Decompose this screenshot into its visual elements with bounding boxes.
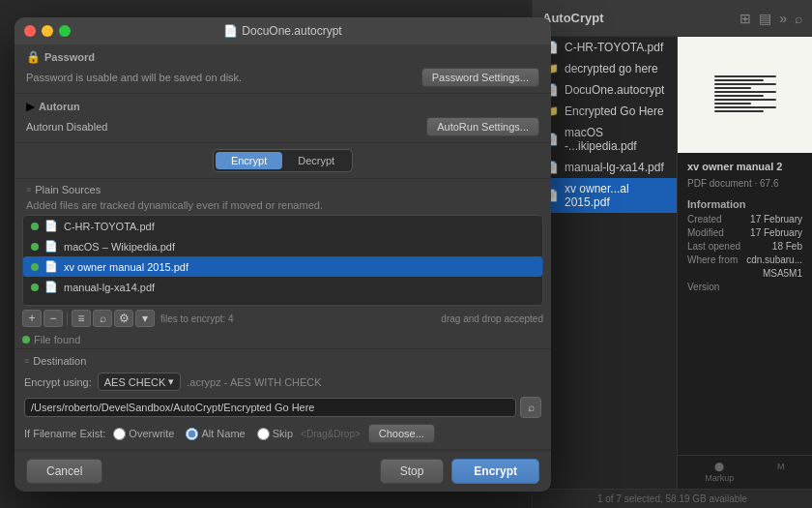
skip-radio[interactable]	[257, 428, 270, 440]
file-item-xv[interactable]: 📄 xv owner manual 2015.pdf	[23, 256, 542, 277]
preview-line	[714, 106, 776, 108]
autorun-icon: ▶	[26, 100, 35, 113]
traffic-lights	[24, 25, 71, 37]
file-name: macOS – Wikipedia.pdf	[64, 241, 175, 253]
window-title: 📄 DocuOne.autocrypt	[223, 24, 341, 38]
tab-group: Encrypt Decrypt	[213, 149, 353, 172]
status-text: File found	[34, 334, 80, 345]
finder-item-manual[interactable]: 📄 manual-lg-xa14.pdf	[533, 157, 677, 178]
file-dot	[31, 223, 39, 230]
file-icon-pdf: 📄	[44, 220, 58, 232]
autorun-settings-button[interactable]: AutoRun Settings...	[426, 117, 539, 136]
password-settings-button[interactable]: Password Settings...	[421, 68, 539, 87]
tab-row: Encrypt Decrypt	[14, 143, 551, 179]
autorun-title: Autorun	[39, 101, 80, 112]
destination-path[interactable]: /Users/roberto/DevelSandbox/AutoCrypt/En…	[24, 398, 516, 417]
finder-item-docuone[interactable]: 📄 DocuOne.autocrypt	[533, 79, 677, 101]
altname-radio[interactable]	[186, 428, 198, 440]
status-text: 1 of 7 selected, 58.19 GB available	[597, 493, 747, 504]
password-header: 🔒 Password	[26, 50, 539, 64]
drag-drop-info: drag and drop accepted	[441, 314, 543, 324]
preview-filename: xv owner manual 2	[687, 161, 802, 172]
destination-section: ≡ Destination Encrypt using: AES CHECK ▾…	[14, 349, 551, 450]
encrypt-extension: .acrypz - AES WITH CHECK	[187, 376, 321, 388]
file-item-manual[interactable]: 📄 manual-lg-xa14.pdf	[23, 277, 542, 297]
info-where-from2: MSA5M1	[687, 268, 802, 279]
choose-button[interactable]: Choose...	[368, 424, 435, 443]
encrypt-method-select[interactable]: AES CHECK ▾	[98, 373, 182, 391]
close-button[interactable]	[24, 25, 36, 37]
settings-button[interactable]: ⚙	[114, 310, 133, 327]
preview-line	[714, 103, 751, 105]
encrypt-tab[interactable]: Encrypt	[216, 152, 282, 169]
lock-icon: 🔒	[26, 50, 41, 64]
finder-item-macos[interactable]: 📄 macOS -...ikipedia.pdf	[533, 122, 677, 157]
file-status: File found	[14, 331, 551, 348]
file-item-macos[interactable]: 📄 macOS – Wikipedia.pdf	[23, 236, 542, 256]
finder-body: 📄 C-HR-TOYOTA.pdf 📁 decrypted go here 📄 …	[533, 37, 812, 489]
filename-exist-label: If Filename Exist:	[24, 428, 105, 439]
preview-actions: ⬤ Markup M	[678, 455, 812, 489]
more-preview-button[interactable]: M	[777, 462, 785, 483]
encrypt-using-label: Encrypt using:	[24, 376, 92, 388]
search-files-button[interactable]: ⌕	[93, 310, 112, 327]
more-button[interactable]: »	[779, 11, 787, 26]
preview-line	[714, 83, 776, 85]
encrypt-using-row: Encrypt using: AES CHECK ▾ .acrypz - AES…	[24, 373, 541, 391]
finder-toolbar: AutoCrypt ⊞ ▤ » ⌕	[533, 0, 812, 37]
add-file-button[interactable]: +	[22, 310, 42, 327]
preview-line	[714, 99, 776, 101]
finder-item-decrypted[interactable]: 📁 decrypted go here	[533, 58, 677, 79]
file-icon-pdf: 📄	[44, 260, 58, 273]
search-button[interactable]: ⌕	[795, 11, 802, 26]
grid-view-button[interactable]: ⊞	[740, 11, 751, 26]
password-row: Password is usable and will be saved on …	[26, 68, 539, 87]
password-title: Password	[44, 51, 95, 63]
doc-icon: 📄	[223, 24, 238, 38]
columns-view-button[interactable]: ▤	[759, 11, 771, 26]
file-item-chr[interactable]: 📄 C-HR-TOYOTA.pdf	[23, 216, 542, 236]
dest-title: Destination	[33, 355, 86, 367]
file-dot	[31, 243, 39, 251]
files-count: files to encrypt: 4	[160, 314, 234, 324]
cancel-button[interactable]: Cancel	[26, 459, 102, 484]
button-bar: Cancel Stop Encrypt	[14, 450, 551, 492]
stop-button[interactable]: Stop	[380, 459, 445, 484]
finder-item-chr[interactable]: 📄 C-HR-TOYOTA.pdf	[533, 37, 677, 58]
finder-preview: xv owner manual 2 PDF document · 67.6 In…	[677, 37, 812, 489]
toolbar-left: + − ≡ ⌕ ⚙ ▾ files to encrypt: 4	[22, 310, 234, 327]
altname-radio-label[interactable]: Alt Name	[186, 428, 245, 440]
filename-radio-group: Overwrite Alt Name Skip	[113, 428, 293, 440]
skip-radio-label[interactable]: Skip	[257, 428, 293, 440]
minimize-button[interactable]	[42, 25, 53, 37]
finder-sidebar: 📄 C-HR-TOYOTA.pdf 📁 decrypted go here 📄 …	[533, 37, 677, 489]
encrypt-button[interactable]: Encrypt	[451, 459, 539, 484]
maximize-button[interactable]	[59, 25, 71, 37]
path-row: /Users/roberto/DevelSandbox/AutoCrypt/En…	[24, 397, 541, 418]
autorun-value: Autorun Disabled	[26, 121, 107, 133]
remove-file-button[interactable]: −	[44, 310, 63, 327]
markup-button[interactable]: ⬤ Markup	[705, 462, 734, 483]
file-dot	[31, 284, 39, 291]
list-view-button[interactable]: ≡	[72, 310, 91, 327]
overwrite-radio[interactable]	[113, 428, 126, 440]
main-window: 📄 DocuOne.autocrypt 🔒 Password Password …	[0, 0, 812, 508]
finder-item-name: Encrypted Go Here	[565, 105, 664, 118]
aes-check-option: AES CHECK	[104, 376, 166, 388]
path-search-button[interactable]: ⌕	[520, 397, 541, 418]
overwrite-label: Overwrite	[129, 428, 174, 439]
finder-item-xv[interactable]: 📄 xv owner...al 2015.pdf	[533, 178, 677, 213]
plain-sources-section: ≡ Plain Sources Added files are tracked …	[14, 179, 551, 349]
finder-controls: ⊞ ▤ » ⌕	[740, 11, 802, 26]
altname-label: Alt Name	[201, 428, 245, 439]
dropdown-button[interactable]: ▾	[135, 310, 155, 327]
dest-icon: ≡	[24, 356, 29, 366]
finder-status-bar: 1 of 7 selected, 58.19 GB available	[533, 489, 812, 508]
info-created: Created 17 February	[687, 214, 802, 224]
overwrite-radio-label[interactable]: Overwrite	[113, 428, 174, 440]
password-section: 🔒 Password Password is usable and will b…	[14, 45, 551, 94]
finder-item-encrypted[interactable]: 📁 Encrypted Go Here	[533, 101, 677, 122]
password-desc: Password is usable and will be saved on …	[26, 72, 242, 83]
decrypt-tab[interactable]: Decrypt	[282, 152, 350, 169]
filename-row: If Filename Exist: Overwrite Alt Name	[24, 424, 541, 443]
